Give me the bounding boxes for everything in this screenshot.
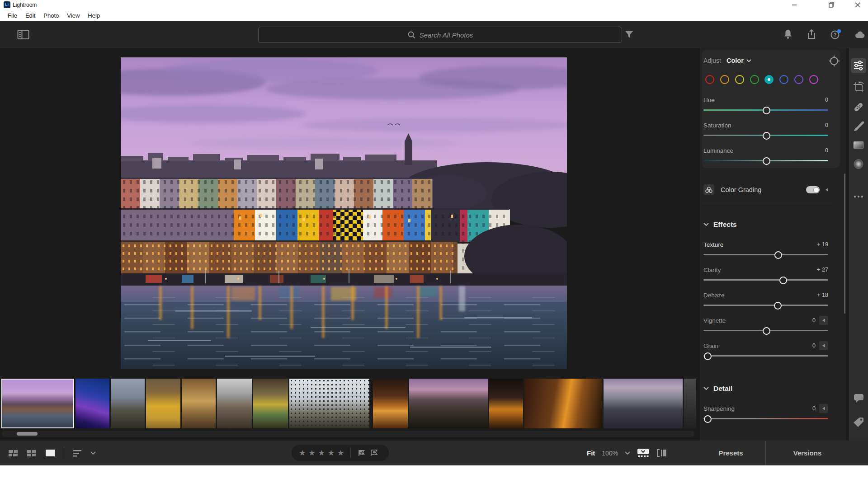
slider-track[interactable] (703, 327, 828, 334)
restore-button[interactable] (824, 0, 839, 10)
photo-grid-view-button[interactable] (8, 450, 18, 457)
close-button[interactable] (850, 0, 865, 10)
reject-flag-button[interactable] (369, 449, 379, 457)
color-grading-row[interactable]: Color Grading (703, 184, 828, 196)
slider-track[interactable] (703, 131, 828, 139)
slider-knob[interactable] (763, 327, 770, 335)
thumb-yellow-coat-portrait[interactable] (146, 379, 180, 428)
star-2[interactable]: ★ (308, 449, 315, 457)
slider-knob[interactable] (774, 302, 782, 310)
slider-knob[interactable] (704, 415, 712, 423)
filmstrip-toggle-button[interactable] (637, 448, 649, 458)
slider-track[interactable] (703, 106, 828, 113)
keywords-button[interactable] (851, 415, 866, 430)
thumb-edge-partial[interactable] (684, 379, 696, 428)
healing-tool-button[interactable] (851, 99, 866, 115)
radial-gradient-tool-button[interactable] (851, 156, 866, 172)
color-swatch-teal[interactable] (764, 75, 774, 84)
slider-track[interactable] (703, 251, 828, 258)
crop-tool-button[interactable] (851, 80, 866, 95)
thumb-railway-dusk[interactable] (409, 379, 488, 428)
thumb-tunnel-lights[interactable] (373, 379, 408, 428)
notifications-button[interactable] (783, 21, 793, 48)
color-swatch-magenta[interactable] (809, 75, 818, 84)
targeted-adjustment-button[interactable] (828, 55, 840, 69)
menu-file[interactable]: File (4, 12, 21, 19)
slider-track[interactable] (703, 301, 828, 309)
brush-tool-button[interactable] (851, 118, 866, 134)
color-swatch-yellow[interactable] (735, 75, 744, 84)
versions-button[interactable]: Versions (765, 441, 849, 465)
edit-tool-button[interactable] (851, 58, 866, 73)
detail-view-button[interactable] (45, 449, 55, 457)
cloud-sync-button[interactable] (854, 21, 866, 48)
adjust-mode-dropdown[interactable]: Color (726, 57, 744, 64)
thumb-glass-dome[interactable] (253, 379, 288, 428)
zoom-fit-button[interactable]: Fit (587, 449, 595, 457)
slider-track[interactable] (703, 352, 828, 359)
search-input[interactable]: Search All Photos (258, 27, 622, 43)
filmstrip-scrollbar-track[interactable] (2, 431, 694, 437)
thumb-mirror-dome[interactable] (217, 379, 252, 428)
thumb-lamp-street[interactable] (489, 379, 523, 428)
reset-arrow-button[interactable] (819, 316, 828, 325)
section-header-effects[interactable]: Effects (703, 221, 828, 229)
help-button[interactable]: ? (830, 21, 842, 48)
star-5[interactable]: ★ (337, 449, 344, 457)
thumb-crescent-reflection[interactable] (604, 379, 683, 428)
zoom-level-value[interactable]: 100% (602, 450, 618, 457)
thumb-cliff-gorge[interactable] (111, 379, 145, 428)
comments-button[interactable] (851, 390, 866, 406)
slider-knob[interactable] (763, 107, 770, 114)
collapse-arrow-icon[interactable] (826, 188, 828, 192)
color-swatch-violet[interactable] (794, 75, 803, 84)
color-swatch-green[interactable] (750, 75, 759, 84)
more-tools-button[interactable] (851, 189, 866, 204)
star-rating[interactable]: ★★★★★ (299, 449, 344, 457)
left-panel-toggle-button[interactable] (17, 21, 29, 48)
pick-flag-button[interactable] (357, 449, 367, 457)
slider-track[interactable] (703, 157, 828, 164)
slider-knob[interactable] (763, 132, 770, 140)
menu-help[interactable]: Help (84, 12, 104, 19)
star-1[interactable]: ★ (299, 449, 306, 457)
slider-track[interactable] (703, 415, 828, 422)
star-4[interactable]: ★ (328, 449, 335, 457)
menu-view[interactable]: View (63, 12, 84, 19)
thumb-hex-facade-stairs[interactable] (289, 379, 369, 428)
chevron-down-icon[interactable] (746, 59, 751, 62)
sort-button[interactable] (73, 449, 82, 457)
share-button[interactable] (807, 21, 816, 48)
panel-scrollbar[interactable] (844, 174, 845, 314)
square-grid-view-button[interactable] (27, 450, 37, 457)
thumb-riveted-wall[interactable] (524, 379, 602, 428)
slider-knob[interactable] (704, 352, 712, 360)
zoom-chevron-icon[interactable] (625, 451, 630, 455)
color-swatch-blue[interactable] (779, 75, 788, 84)
filter-button[interactable] (625, 21, 633, 48)
thumb-night-street-blue[interactable] (75, 379, 109, 428)
color-grading-toggle[interactable] (806, 186, 820, 193)
presets-button[interactable]: Presets (696, 441, 765, 465)
thumb-forest-walk[interactable] (182, 379, 216, 428)
section-header-detail[interactable]: Detail (703, 385, 828, 393)
minimize-button[interactable] (787, 0, 802, 10)
slider-label: Saturation (703, 122, 825, 129)
slider-knob[interactable] (779, 277, 787, 284)
slider-track[interactable] (703, 276, 828, 283)
photo-canvas[interactable] (121, 57, 567, 369)
filmstrip-scrollbar-thumb[interactable] (17, 432, 38, 436)
slider-knob[interactable] (763, 157, 770, 165)
menu-photo[interactable]: Photo (39, 12, 63, 19)
linear-gradient-tool-button[interactable] (851, 137, 866, 153)
menu-edit[interactable]: Edit (21, 12, 39, 19)
thumb-colorful-houses-dusk[interactable] (1, 379, 74, 428)
color-swatch-red[interactable] (705, 75, 714, 84)
color-swatch-orange[interactable] (720, 75, 729, 84)
reset-arrow-button[interactable] (819, 404, 828, 413)
sort-chevron-icon[interactable] (90, 451, 96, 455)
slider-knob[interactable] (774, 251, 782, 259)
reset-arrow-button[interactable] (819, 341, 828, 350)
before-after-button[interactable] (656, 449, 667, 457)
star-3[interactable]: ★ (318, 449, 325, 457)
